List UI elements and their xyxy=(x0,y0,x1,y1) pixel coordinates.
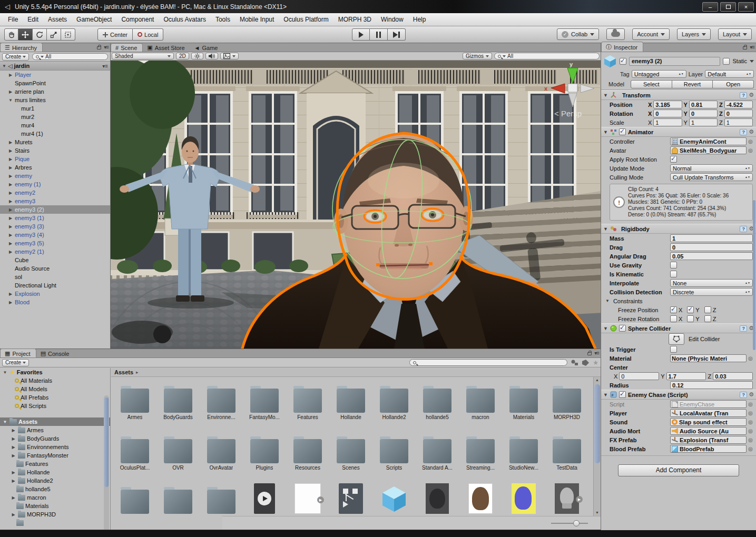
rect-tool-button[interactable] xyxy=(61,28,75,41)
menu-help[interactable]: Help xyxy=(408,14,431,25)
gear-icon[interactable]: ⚙ xyxy=(749,128,754,135)
effects-toggle-button[interactable] xyxy=(220,53,239,59)
project-folder[interactable]: ▶BodyGuards xyxy=(0,434,110,443)
panel-menu-icon[interactable]: ▾≡ xyxy=(102,63,108,69)
layers-button[interactable]: Layers xyxy=(677,28,711,40)
foldout-icon[interactable]: ▼ xyxy=(605,299,610,303)
hierarchy-item[interactable]: ▶Blood xyxy=(0,298,110,306)
search-by-label-icon[interactable] xyxy=(582,359,590,366)
hierarchy-item[interactable]: ▶enemy3 (3) xyxy=(0,222,110,231)
help-icon[interactable]: ? xyxy=(740,325,747,332)
project-search-input[interactable] xyxy=(409,359,567,366)
asset-tile[interactable]: Environne... xyxy=(200,380,243,429)
rotation-x-field[interactable]: 0 xyxy=(653,110,682,117)
position-x-field[interactable]: 3.185 xyxy=(653,101,682,108)
layer-dropdown[interactable]: Default▲▼ xyxy=(705,70,754,78)
menu-morph3d[interactable]: MORPH 3D xyxy=(333,14,376,25)
asset-tile[interactable]: Wispy Sky xyxy=(200,481,243,516)
gear-icon[interactable]: ⚙ xyxy=(749,391,754,398)
expand-badge-icon[interactable]: ▶ xyxy=(576,496,583,503)
asset-tile-texture[interactable]: hairshort xyxy=(459,481,502,516)
collider-enabled-checkbox[interactable] xyxy=(619,325,626,332)
project-folder[interactable]: ▶MORPH3D xyxy=(0,510,110,519)
asset-tile-texture[interactable]: ▶blood xyxy=(286,481,329,516)
is-trigger-checkbox[interactable] xyxy=(670,346,677,353)
asset-tile[interactable]: weapon xyxy=(156,481,200,516)
lock-icon[interactable] xyxy=(743,46,747,49)
freeze-rot-y-checkbox[interactable] xyxy=(687,315,694,322)
asset-tile[interactable]: Plugins xyxy=(243,431,286,479)
menu-file[interactable]: File xyxy=(3,14,23,25)
chevron-down-icon[interactable] xyxy=(750,60,754,63)
scale-x-field[interactable]: 1 xyxy=(653,118,682,126)
position-z-field[interactable]: -4.522 xyxy=(724,101,753,108)
gizmos-dropdown[interactable]: Gizmos xyxy=(463,53,492,59)
asset-tile[interactable]: Hollande xyxy=(329,380,372,429)
asset-tile-model[interactable]: ▶hollande3 xyxy=(545,481,588,516)
project-folder[interactable]: ▶Environnements xyxy=(0,443,110,451)
project-folder[interactable]: Materials xyxy=(0,502,110,510)
tab-scene[interactable]: #Scene xyxy=(111,43,143,52)
menu-oculus-avatars[interactable]: Oculus Avatars xyxy=(159,14,210,25)
lighting-toggle-button[interactable] xyxy=(191,53,203,59)
cloud-button[interactable] xyxy=(606,28,625,40)
hierarchy-item[interactable]: ▶Player xyxy=(0,71,110,79)
hierarchy-item[interactable]: mur1 xyxy=(0,104,110,113)
edit-collider-button[interactable] xyxy=(669,333,684,345)
hierarchy-item[interactable]: ▶enemy (1) xyxy=(0,180,110,188)
help-icon[interactable]: ? xyxy=(740,226,747,232)
asset-tile[interactable]: Armes xyxy=(113,380,156,429)
lock-icon[interactable] xyxy=(97,46,101,49)
hierarchy-item[interactable]: ▶enemy3 (4) xyxy=(0,231,110,239)
pause-button[interactable] xyxy=(370,28,388,41)
layout-button[interactable]: Layout xyxy=(718,28,752,40)
hierarchy-item[interactable]: sol xyxy=(0,273,110,281)
asset-tile[interactable]: MORPH3D xyxy=(545,380,588,429)
blood-prefab-field[interactable]: BloodPrefab xyxy=(670,445,747,453)
asset-tile[interactable]: Hollande2 xyxy=(372,380,416,429)
lock-icon[interactable] xyxy=(587,352,592,355)
pivot-center-button[interactable]: Center xyxy=(97,28,133,41)
tree-scrollbar[interactable] xyxy=(104,395,109,530)
search-by-type-icon[interactable] xyxy=(571,359,578,366)
hierarchy-item-selected[interactable]: ▶enemy3 (2) xyxy=(0,205,110,214)
freeze-rot-x-checkbox[interactable] xyxy=(670,315,677,322)
angular-drag-field[interactable]: 0.05 xyxy=(670,252,753,260)
step-button[interactable] xyxy=(388,28,406,41)
asset-tile[interactable]: hollande5 xyxy=(416,380,459,429)
object-picker-icon[interactable]: ◎ xyxy=(748,147,753,153)
2d-toggle-button[interactable]: 2D xyxy=(176,53,189,59)
hierarchy-item[interactable]: ▶enemy3 (1) xyxy=(0,214,110,222)
apply-root-motion-checkbox[interactable] xyxy=(670,156,677,163)
asset-tile[interactable]: Materials xyxy=(502,380,545,429)
scene-search-input[interactable]: All xyxy=(494,53,600,59)
menu-window[interactable]: Window xyxy=(376,14,408,25)
object-picker-icon[interactable]: ◎ xyxy=(748,428,753,434)
hierarchy-item[interactable]: ▼murs limites xyxy=(0,96,110,104)
pivot-local-button[interactable]: Local xyxy=(133,28,163,41)
freeze-pos-z-checkbox[interactable] xyxy=(704,306,711,313)
project-folder[interactable]: ▶Hollande xyxy=(0,468,110,476)
culling-mode-dropdown[interactable]: Cull Update Transforms▲▼ xyxy=(670,173,753,181)
assets-root[interactable]: ▼Assets xyxy=(0,417,110,426)
project-folder[interactable]: ▶Hollande2 xyxy=(0,476,110,485)
script-field[interactable]: EnemyChase xyxy=(670,400,747,408)
asset-tile-texture[interactable]: Hair xyxy=(416,481,459,516)
hierarchy-create-button[interactable]: Create xyxy=(2,53,29,61)
object-picker-icon[interactable]: ◎ xyxy=(748,401,753,407)
menu-assets[interactable]: Assets xyxy=(43,14,72,25)
transform-header[interactable]: ▼ Transform ?⚙ xyxy=(601,90,756,100)
favorite-search-item[interactable]: All Prefabs xyxy=(0,393,110,402)
asset-tile[interactable]: StudioNew... xyxy=(502,431,545,479)
project-folder[interactable]: ▶Armes xyxy=(0,426,110,434)
asset-tile[interactable]: macron xyxy=(459,380,502,429)
freeze-pos-y-checkbox[interactable] xyxy=(687,306,694,313)
breadcrumb[interactable]: Assets▸ xyxy=(111,368,601,377)
sound-field[interactable]: Slap sound effect xyxy=(670,418,747,426)
expand-badge-icon[interactable]: ▶ xyxy=(317,496,324,503)
audio-toggle-button[interactable] xyxy=(205,53,218,59)
hand-tool-button[interactable] xyxy=(4,28,18,41)
menu-mobile-input[interactable]: Mobile Input xyxy=(235,14,279,25)
hierarchy-item[interactable]: ▶arriere plan xyxy=(0,87,110,96)
gameobject-name-field[interactable]: enemy3 (2) xyxy=(629,57,720,66)
